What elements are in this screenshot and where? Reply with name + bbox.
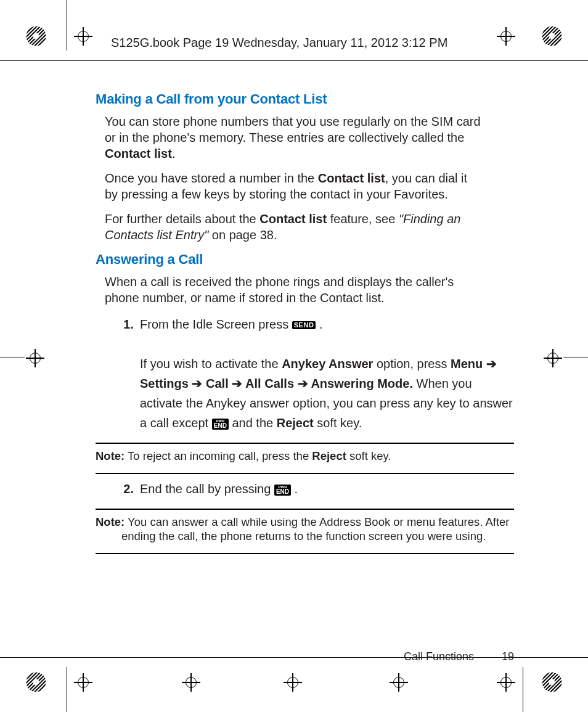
svg-point-2 xyxy=(33,33,39,39)
arrow-icon: ➔ xyxy=(229,377,245,390)
menu-path: All Calls xyxy=(245,377,294,390)
note-rule xyxy=(96,553,514,554)
term: Contact list xyxy=(105,147,172,160)
print-header: S125G.book Page 19 Wednesday, January 11… xyxy=(111,36,447,50)
term: Contact list xyxy=(318,171,385,185)
key-label: SEND xyxy=(294,322,314,329)
paragraph: For further details about the Contact li… xyxy=(105,211,483,243)
page-number: 19 xyxy=(502,650,514,663)
menu-path: Call xyxy=(206,377,229,390)
crop-line xyxy=(67,0,67,51)
text: When a call is received the phone rings … xyxy=(105,275,454,305)
text: You can store phone numbers that you use… xyxy=(105,115,481,144)
arrow-icon: ➔ xyxy=(483,357,497,370)
note: Note: You can answer a call while using … xyxy=(96,515,514,543)
registration-mark-icon xyxy=(542,26,562,46)
key-label: END xyxy=(276,489,289,495)
text: feature, see xyxy=(327,212,399,226)
text: and the xyxy=(232,416,276,430)
menu-path: Menu xyxy=(451,357,483,370)
step-body: End the call by pressing PWREND . xyxy=(140,479,514,499)
section-title: Making a Call from your Contact List xyxy=(96,91,511,107)
text: option, press xyxy=(373,357,451,370)
note-rule xyxy=(96,509,514,510)
footer: Call Functions 19 xyxy=(404,650,514,663)
crosshair-icon xyxy=(74,673,92,692)
crosshair-icon xyxy=(497,673,515,692)
crosshair-icon xyxy=(497,27,515,46)
end-key-icon: PWREND xyxy=(274,485,291,496)
text: . xyxy=(295,482,298,496)
text: From the Idle Screen press xyxy=(140,317,292,331)
page: S125G.book Page 19 Wednesday, January 11… xyxy=(0,0,588,712)
note-rule xyxy=(96,443,514,444)
term: Anykey Answer xyxy=(282,357,373,370)
section-title: Answering a Call xyxy=(96,252,511,268)
crosshair-icon xyxy=(74,27,92,46)
crosshair-icon xyxy=(390,673,408,692)
note-label: Note: xyxy=(96,515,125,528)
note-label: Note: xyxy=(96,449,125,462)
registration-mark-icon xyxy=(26,672,46,692)
registration-mark-icon xyxy=(542,672,562,692)
crosshair-icon xyxy=(182,673,200,692)
crosshair-icon xyxy=(284,673,302,692)
paragraph: You can store phone numbers that you use… xyxy=(105,113,483,162)
text: soft key. xyxy=(314,416,362,430)
text: You can answer a call while using the Ad… xyxy=(121,515,510,542)
arrow-icon: ➔ xyxy=(294,377,311,390)
menu-path: Settings xyxy=(140,377,189,390)
text: To reject an incoming call, press the xyxy=(125,449,312,462)
term: Contact list xyxy=(259,212,327,226)
term: Reject xyxy=(277,416,314,430)
step-number: 2. xyxy=(114,479,134,499)
text: . xyxy=(319,317,323,331)
crop-line xyxy=(0,60,588,61)
svg-point-8 xyxy=(549,679,555,685)
menu-path: Answering Mode. xyxy=(311,377,413,390)
crop-line xyxy=(67,667,67,712)
footer-section: Call Functions xyxy=(404,650,474,663)
text: If you wish to activate the xyxy=(140,357,282,370)
step-body: From the Idle Screen press SEND . If you… xyxy=(140,314,514,433)
list-item: 2. End the call by pressing PWREND . xyxy=(114,479,514,499)
end-key-icon: PWREND xyxy=(212,419,229,430)
note-rule xyxy=(96,473,514,474)
paragraph: When a call is received the phone rings … xyxy=(105,274,483,306)
svg-point-4 xyxy=(549,33,555,39)
step-number: 1. xyxy=(114,314,134,433)
arrow-icon: ➔ xyxy=(189,377,206,390)
crop-line xyxy=(523,667,523,712)
key-label: END xyxy=(214,423,227,429)
text: For further details about the xyxy=(105,212,259,226)
text: Once you have stored a number in the xyxy=(105,171,318,185)
text: End the call by pressing xyxy=(140,482,274,496)
paragraph: Once you have stored a number in the Con… xyxy=(105,170,483,202)
text: . xyxy=(172,147,176,160)
list-item: 1. From the Idle Screen press SEND . If … xyxy=(114,314,514,433)
text: soft key. xyxy=(346,449,391,462)
note: Note: To reject an incoming call, press … xyxy=(96,449,514,463)
content: Making a Call from your Contact List You… xyxy=(0,91,588,554)
send-key-icon: SEND xyxy=(292,321,316,329)
registration-mark-icon xyxy=(26,26,46,46)
term: Reject xyxy=(312,449,346,462)
svg-point-6 xyxy=(33,679,39,685)
text: on page 38. xyxy=(208,228,277,242)
